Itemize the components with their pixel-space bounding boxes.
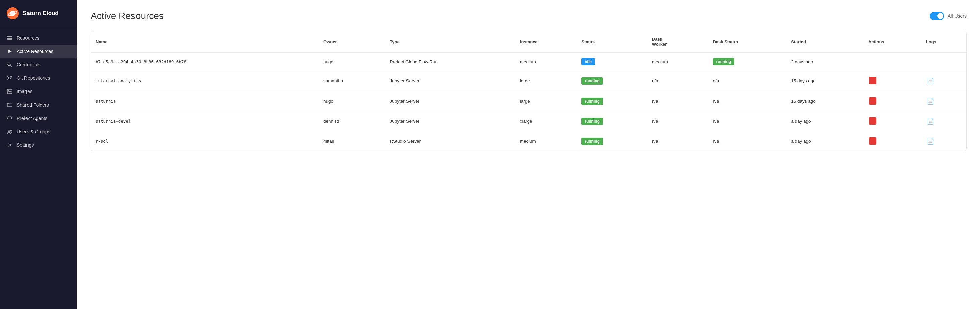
cell-type: Jupyter Server <box>385 111 515 132</box>
document-icon: 📄 <box>927 78 934 85</box>
sidebar-label-shared-folders: Shared Folders <box>17 102 49 108</box>
sidebar-nav: Resources Active Resources Credentials <box>0 27 77 309</box>
cell-owner: samantha <box>319 71 385 91</box>
sidebar-item-images[interactable]: Images <box>0 85 77 98</box>
all-users-toggle-container: All Users <box>930 12 967 20</box>
sidebar: Saturn Cloud Resources Active Resources <box>0 0 77 309</box>
cell-name: internal-analytics <box>91 71 319 91</box>
cell-started: 15 days ago <box>786 91 864 111</box>
cell-logs: 📄 <box>921 111 966 132</box>
cell-dask-status: n/a <box>708 132 786 152</box>
table-row: r-sqlmitaliRStudio Servermediumrunningn/… <box>91 132 966 152</box>
table-row: b7fd5a9e-a294-4a30-8b36-632d189f6b78hugo… <box>91 52 966 71</box>
status-badge: running <box>581 138 603 145</box>
image-icon <box>7 89 13 95</box>
all-users-toggle[interactable] <box>930 12 945 20</box>
active-resources-table-container: Name Owner Type Instance Status DaskWork… <box>91 31 967 152</box>
folder-icon <box>7 102 13 108</box>
cell-type: Prefect Cloud Flow Run <box>385 52 515 71</box>
table-row: saturniahugoJupyter Serverlargerunningn/… <box>91 91 966 111</box>
sidebar-label-active-resources: Active Resources <box>17 49 53 54</box>
cell-name: b7fd5a9e-a294-4a30-8b36-632d189f6b78 <box>91 52 319 71</box>
stop-button[interactable] <box>868 97 877 105</box>
svg-rect-4 <box>7 38 12 39</box>
cell-type: RStudio Server <box>385 132 515 152</box>
sidebar-item-active-resources[interactable]: Active Resources <box>0 44 77 58</box>
logs-button[interactable]: 📄 <box>926 77 935 86</box>
sidebar-item-settings[interactable]: Settings <box>0 138 77 152</box>
sidebar-item-git-repositories[interactable]: Git Repositories <box>0 71 77 85</box>
col-header-type: Type <box>385 31 515 52</box>
col-header-name: Name <box>91 31 319 52</box>
svg-point-10 <box>8 79 9 80</box>
cell-dask-status: n/a <box>708 71 786 91</box>
col-header-dask-status: Dask Status <box>708 31 786 52</box>
stop-button[interactable] <box>868 137 877 146</box>
users-icon <box>7 129 13 135</box>
cell-status: running <box>576 91 647 111</box>
col-header-owner: Owner <box>319 31 385 52</box>
git-icon <box>7 75 13 81</box>
document-icon: 📄 <box>927 138 934 145</box>
table-row: internal-analyticssamanthaJupyter Server… <box>91 71 966 91</box>
sidebar-item-users-groups[interactable]: Users & Groups <box>0 125 77 138</box>
cell-status: idle <box>576 52 647 71</box>
dask-status-badge: running <box>713 58 735 65</box>
sidebar-label-git-repositories: Git Repositories <box>17 75 50 81</box>
svg-point-15 <box>8 130 10 132</box>
cell-started: 2 days ago <box>786 52 864 71</box>
cell-instance: medium <box>515 132 576 152</box>
settings-icon <box>7 142 13 148</box>
cell-logs: 📄 <box>921 71 966 91</box>
cell-owner: dennisd <box>319 111 385 132</box>
sidebar-label-credentials: Credentials <box>17 62 41 67</box>
svg-point-17 <box>9 144 11 146</box>
page-header: Active Resources All Users <box>91 11 967 21</box>
logs-button[interactable]: 📄 <box>926 117 935 126</box>
document-icon: 📄 <box>927 98 934 105</box>
cell-dask-status: n/a <box>708 91 786 111</box>
cell-owner: mitali <box>319 132 385 152</box>
stop-icon <box>869 97 877 105</box>
cell-type: Jupyter Server <box>385 71 515 91</box>
logs-button[interactable]: 📄 <box>926 97 935 106</box>
svg-point-11 <box>10 76 12 78</box>
sidebar-item-credentials[interactable]: Credentials <box>0 58 77 71</box>
main-content: Active Resources All Users Name Owner Ty… <box>77 0 980 309</box>
cell-dask-status: running <box>708 52 786 71</box>
cell-instance: xlarge <box>515 111 576 132</box>
sidebar-item-resources[interactable]: Resources <box>0 31 77 44</box>
cell-instance: medium <box>515 52 576 71</box>
sidebar-item-shared-folders[interactable]: Shared Folders <box>0 98 77 112</box>
app-title: Saturn Cloud <box>23 10 59 17</box>
svg-marker-6 <box>8 49 12 53</box>
stop-icon <box>869 117 877 125</box>
cell-actions <box>864 111 921 132</box>
status-badge: running <box>581 98 603 105</box>
cell-status: running <box>576 111 647 132</box>
cell-dask-worker: n/a <box>647 111 708 132</box>
sidebar-label-images: Images <box>17 89 32 94</box>
cell-dask-worker: n/a <box>647 71 708 91</box>
cell-owner: hugo <box>319 91 385 111</box>
cell-actions <box>864 91 921 111</box>
table-row: saturnia-develdennisdJupyter Serverxlarg… <box>91 111 966 132</box>
cell-started: a day ago <box>786 132 864 152</box>
table-header-row: Name Owner Type Instance Status DaskWork… <box>91 31 966 52</box>
sidebar-item-prefect-agents[interactable]: Prefect Agents <box>0 112 77 125</box>
key-icon <box>7 62 13 68</box>
sidebar-label-users-groups: Users & Groups <box>17 129 50 135</box>
sidebar-label-resources: Resources <box>17 35 39 41</box>
stop-button[interactable] <box>868 117 877 125</box>
logs-button[interactable]: 📄 <box>926 137 935 146</box>
cell-owner: hugo <box>319 52 385 71</box>
page-title: Active Resources <box>91 11 164 21</box>
cell-dask-worker: medium <box>647 52 708 71</box>
app-logo: Saturn Cloud <box>0 0 77 27</box>
stop-button[interactable] <box>868 76 877 85</box>
svg-point-16 <box>10 130 12 132</box>
cell-status: running <box>576 132 647 152</box>
cell-logs <box>921 52 966 71</box>
cell-name: saturnia-devel <box>91 111 319 132</box>
sidebar-label-settings: Settings <box>17 143 34 148</box>
